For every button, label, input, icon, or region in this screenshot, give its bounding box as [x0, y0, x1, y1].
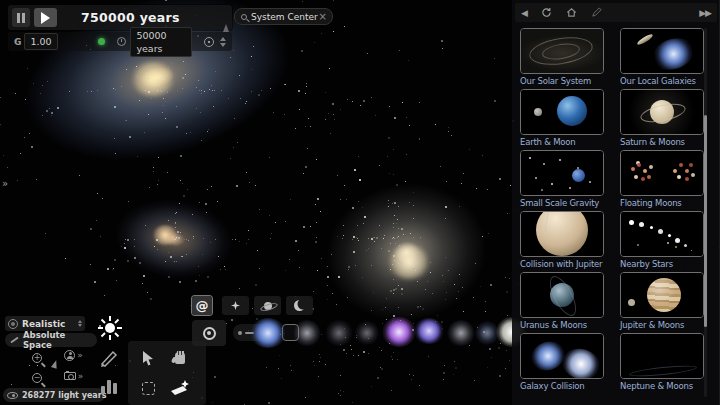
sim-thumbnail [520, 89, 604, 135]
galaxy-core-glow [130, 62, 176, 96]
cursor-icon [142, 351, 155, 366]
sim-card-collision-with-jupiter[interactable]: Collision with Jupiter [520, 211, 616, 272]
pause-button[interactable] [12, 8, 30, 27]
simulation-time-display: 750000 years [81, 10, 180, 25]
render-mode-icon [8, 319, 18, 329]
sim-card-floating-moons[interactable]: Floating Moons [620, 150, 716, 211]
gravity-label: G [14, 37, 21, 47]
sim-card-uranus-moons[interactable]: Uranus & Moons [520, 272, 616, 333]
sim-card-earth-moon[interactable]: Earth & Moon [520, 89, 616, 150]
palette-galaxy-purple-cluster[interactable] [382, 317, 416, 347]
refresh-icon[interactable] [541, 7, 552, 18]
simulation-settings-bar: G 1.00 50000 years [8, 32, 232, 51]
palette-galaxy-dim-2[interactable] [324, 320, 354, 346]
sim-card-small-scale-gravity[interactable]: Small Scale Gravity [520, 150, 616, 211]
sim-card-our-solar-system[interactable]: Our Solar System [520, 28, 616, 89]
pan-tool-button[interactable] [168, 346, 192, 370]
gravity-art [521, 151, 603, 195]
zoom-out-button[interactable]: − [28, 370, 46, 386]
time-mode-icon[interactable] [204, 37, 214, 47]
clear-search-icon[interactable]: × [319, 12, 327, 22]
sim-thumbnail [520, 272, 604, 318]
category-tab-stars[interactable] [222, 296, 249, 315]
status-indicator-dot [98, 38, 105, 45]
simulation-viewport[interactable]: 750000 years G 1.00 50000 years System C… [0, 0, 720, 405]
gravity-input[interactable]: 1.00 [24, 33, 58, 50]
time-step-stepper[interactable] [220, 37, 226, 47]
sim-card-our-local-galaxies[interactable]: Our Local Galaxies [620, 28, 716, 89]
space-mode-icon [9, 335, 19, 345]
chase-view-button[interactable]: » [60, 348, 86, 362]
focus-system-button[interactable] [219, 8, 232, 24]
sim-card-label: Collision with Jupiter [520, 259, 616, 269]
play-button[interactable] [34, 8, 57, 27]
space-mode-toggle[interactable]: Absolute Space [5, 333, 97, 347]
step-up-icon[interactable] [220, 37, 226, 41]
paint-tool-button[interactable] [96, 346, 122, 370]
skip-glyph: » [77, 350, 82, 360]
person-icon [64, 350, 75, 361]
palette-galaxy-violet[interactable] [414, 318, 444, 344]
play-icon [41, 12, 50, 24]
panel-header: ◀ ▶▶ [515, 3, 717, 22]
palette-galaxy-dim-3[interactable] [354, 321, 380, 345]
spawn-object-button[interactable] [192, 320, 226, 346]
sim-card-nearby-stars[interactable]: Nearby Stars [620, 211, 716, 272]
galaxy-core-glow [152, 225, 178, 245]
zoom-in-button[interactable]: + [28, 350, 46, 366]
palette-galaxy-dim-4[interactable] [446, 320, 476, 346]
galaxy-collision-art [521, 334, 603, 378]
galaxy-spiral-icon: @ [196, 299, 209, 312]
home-icon[interactable] [566, 7, 577, 18]
time-control-bar: 750000 years [8, 5, 232, 30]
render-mode-dropdown[interactable]: Realistic [5, 316, 85, 331]
category-tab-moons[interactable] [286, 296, 313, 315]
panel-scrollbar-thumb[interactable] [704, 115, 707, 327]
sim-card-label: Floating Moons [620, 198, 716, 208]
create-tool-button[interactable] [166, 374, 194, 400]
sim-card-label: Neptune & Moons [620, 381, 716, 391]
palette-galaxy-dim-1[interactable] [292, 320, 322, 346]
edit-icon[interactable] [591, 7, 602, 18]
lighting-button[interactable] [94, 313, 126, 343]
space-mode-value: Absolute Space [23, 330, 93, 350]
slider-knob[interactable] [238, 331, 242, 335]
hand-icon [175, 352, 185, 364]
camera-view-button[interactable]: » [60, 369, 86, 383]
sim-card-label: Our Solar System [520, 76, 616, 86]
local-galaxies-art [621, 29, 703, 73]
sim-card-neptune-moons[interactable]: Neptune & Moons [620, 333, 716, 394]
rocket-icon [223, 9, 229, 32]
zoom-in-icon: + [32, 353, 42, 363]
dropdown-arrows-icon [78, 320, 82, 327]
view-distance-display[interactable]: 268277 light years [3, 388, 105, 402]
sim-card-label: Saturn & Moons [620, 137, 716, 147]
forward-button[interactable]: ▶▶ [699, 8, 711, 18]
search-box[interactable]: System Center × [234, 8, 333, 25]
ship-icon [50, 358, 60, 370]
simulations-panel: ◀ ▶▶ Our Solar System Our Local Galaxies [512, 0, 720, 405]
pause-icon [17, 13, 25, 23]
galaxy-core-glow [388, 245, 430, 279]
star-icon [231, 301, 240, 310]
lasso-select-button[interactable] [136, 376, 160, 400]
time-step-input[interactable]: 50000 years [130, 27, 192, 57]
render-mode-value: Realistic [22, 319, 74, 329]
sim-card-saturn-moons[interactable]: Saturn & Moons [620, 89, 716, 150]
saturn-art [621, 90, 703, 134]
category-tab-galaxies[interactable]: @ [192, 296, 212, 315]
charts-button[interactable] [96, 374, 122, 400]
sim-card-galaxy-collision[interactable]: Galaxy Collision [520, 333, 616, 394]
select-tool-button[interactable] [136, 346, 160, 370]
step-down-icon[interactable] [220, 43, 226, 47]
left-panel-expander[interactable]: » [2, 178, 7, 189]
sim-card-jupiter-moons[interactable]: Jupiter & Moons [620, 272, 716, 333]
palette-galaxy-blue-spiral[interactable] [250, 318, 286, 348]
back-button[interactable]: ◀ [521, 8, 527, 18]
target-ring-icon [203, 327, 216, 340]
uranus-art [521, 273, 603, 317]
floating-moons-art [621, 151, 703, 195]
category-tab-planets[interactable] [254, 296, 281, 315]
sim-card-label: Our Local Galaxies [620, 76, 716, 86]
search-input[interactable]: System Center [251, 12, 319, 22]
